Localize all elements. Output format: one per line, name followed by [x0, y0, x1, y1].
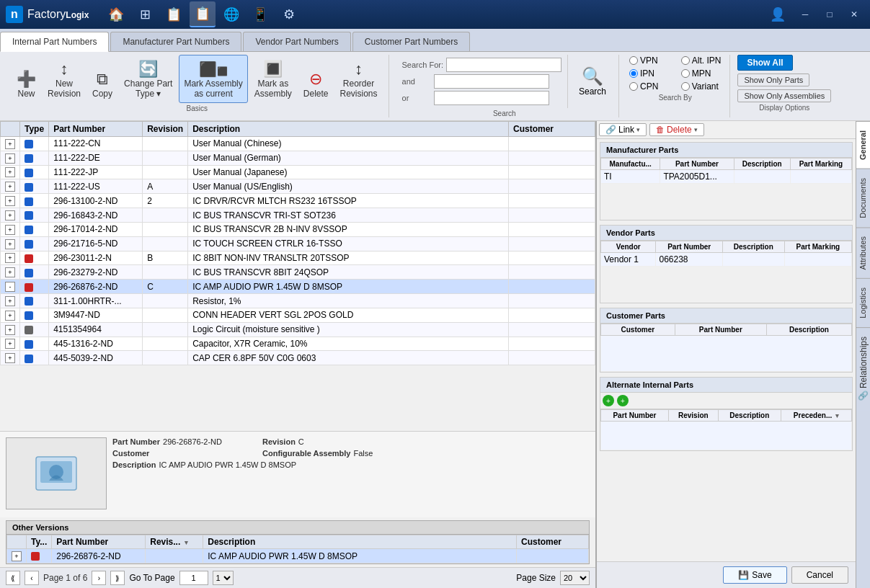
variant-option[interactable]: Variant — [678, 81, 724, 92]
row-expand[interactable]: + — [1, 151, 20, 165]
ov-col-revision[interactable]: Revis... ▾ — [146, 535, 203, 549]
expand-btn[interactable]: + — [5, 167, 15, 177]
globe-icon[interactable]: 🌐 — [218, 1, 244, 27]
manufacturer-part-row[interactable]: TI TPA2005D1... — [601, 170, 852, 184]
grid-icon[interactable]: ⊞ — [132, 1, 158, 27]
sidebar-item-relationships[interactable]: 🔗 Relationships — [856, 327, 870, 410]
row-expand[interactable]: + — [1, 194, 20, 208]
sidebar-item-documents[interactable]: Documents — [856, 169, 870, 227]
show-all-button[interactable]: Show All — [737, 55, 792, 71]
expand-btn[interactable]: + — [5, 339, 15, 349]
ov-col-description[interactable]: Description — [203, 535, 517, 549]
tab-vendor-part-numbers[interactable]: Vendor Part Numbers — [243, 32, 350, 51]
table-scroll[interactable]: Type Part Number Revision Description Cu… — [0, 121, 595, 431]
prev-page-button[interactable]: ‹ — [25, 571, 39, 585]
expand-btn[interactable]: - — [5, 282, 15, 292]
reorder-revisions-button[interactable]: ↕ ReorderRevisions — [335, 58, 383, 103]
table-row[interactable]: - 296-26876-2-ND C IC AMP AUDIO PWR 1.45… — [1, 280, 595, 294]
tab-manufacturer-part-numbers[interactable]: Manufacturer Part Numbers — [110, 32, 241, 51]
table-row[interactable]: + 296-16843-2-ND IC BUS TRANSCVR TRI-ST … — [1, 208, 595, 223]
col-customer[interactable]: Customer — [509, 122, 595, 137]
row-expand[interactable]: + — [1, 137, 20, 151]
device-icon[interactable]: 📱 — [247, 1, 273, 27]
show-only-assemblies-button[interactable]: Show Only Assemblies — [737, 89, 831, 102]
row-expand[interactable]: + — [1, 294, 20, 308]
mp-col-manufacturer[interactable]: Manufactu... — [601, 159, 660, 170]
expand-btn[interactable]: + — [5, 139, 15, 149]
delete-button[interactable]: ⊖ Delete — [298, 68, 334, 102]
variant-radio[interactable] — [681, 82, 690, 91]
sidebar-item-general[interactable]: General — [856, 121, 870, 169]
row-expand[interactable]: + — [1, 179, 20, 194]
minimize-button[interactable]: ─ — [795, 4, 815, 24]
table-row[interactable]: + 111-222-CN User Manual (Chinese) — [1, 137, 595, 151]
row-expand[interactable]: + — [1, 222, 20, 236]
table-row[interactable]: + 296-17014-2-ND IC BUS TRANSCVR 2B N-IN… — [1, 222, 595, 236]
ov-col-partnumber[interactable]: Part Number — [52, 535, 146, 549]
mp-col-partmarking[interactable]: Part Marking — [790, 159, 851, 170]
expand-btn[interactable]: + — [5, 210, 15, 220]
page-size-select[interactable]: 2050100 — [560, 571, 590, 585]
expand-btn[interactable]: + — [5, 153, 15, 164]
row-expand[interactable]: + — [1, 236, 20, 251]
expand-btn[interactable]: + — [5, 225, 15, 235]
cp-col-partnumber[interactable]: Part Number — [675, 324, 766, 336]
cancel-button[interactable]: Cancel — [791, 566, 848, 584]
table-row[interactable]: + 311-1.00HRTR-... Resistor, 1% — [1, 294, 595, 308]
goto-page-input[interactable] — [179, 571, 208, 585]
table-row[interactable]: + 111-222-JP User Manual (Japanese) — [1, 165, 595, 179]
rp-delete-button[interactable]: 🗑 Delete ▾ — [649, 123, 704, 136]
search-input-1[interactable] — [446, 58, 561, 72]
col-partnumber[interactable]: Part Number — [49, 122, 143, 137]
expand-btn[interactable]: + — [5, 253, 15, 263]
ov-col-customer[interactable]: Customer — [517, 535, 589, 549]
alt-ipn-radio[interactable] — [681, 56, 690, 65]
aip-add2-button[interactable]: + — [617, 395, 629, 406]
col-revision[interactable]: Revision — [143, 122, 188, 137]
next-page-button[interactable]: › — [92, 571, 106, 585]
settings-icon[interactable]: ⚙ — [276, 1, 302, 27]
expand-btn[interactable]: + — [5, 353, 15, 363]
row-expand[interactable]: + — [1, 165, 20, 179]
new-button[interactable]: ➕ New — [12, 68, 41, 102]
table-row[interactable]: + 3M9447-ND CONN HEADER VERT SGL 2POS GO… — [1, 308, 595, 322]
copy-button[interactable]: ⧉ Copy — [87, 68, 117, 102]
ipn-option[interactable]: IPN — [626, 68, 673, 79]
table-row[interactable]: + 4151354964 Logic Circuit (moisture sen… — [1, 322, 595, 337]
mpn-radio[interactable] — [681, 69, 690, 78]
ov-col-type[interactable]: Ty... — [27, 535, 52, 549]
user-icon[interactable]: 👤 — [765, 1, 791, 27]
ov-expand-btn[interactable]: + — [12, 551, 22, 561]
table-row[interactable]: + 445-1316-2-ND Capacitor, X7R Ceramic, … — [1, 337, 595, 351]
clipboard-icon[interactable]: 📋 — [161, 1, 187, 27]
search-input-2[interactable] — [434, 74, 549, 89]
close-button[interactable]: ✕ — [844, 4, 864, 24]
table-row[interactable]: + 296-23011-2-N B IC 8BIT NON-INV TRANSL… — [1, 251, 595, 265]
link-button[interactable]: 🔗 Link ▾ — [599, 123, 647, 136]
row-expand[interactable]: + — [1, 208, 20, 223]
other-version-row[interactable]: + 296-26876-2-ND IC AMP AUDIO PWR 1.45W … — [7, 549, 589, 564]
tab-internal-part-numbers[interactable]: Internal Part Numbers — [0, 32, 109, 52]
row-expand[interactable]: + — [1, 251, 20, 265]
row-expand[interactable]: + — [1, 308, 20, 322]
sidebar-item-attributes[interactable]: Attributes — [856, 227, 870, 278]
expand-btn[interactable]: + — [5, 182, 15, 192]
search-input-3[interactable] — [434, 91, 549, 105]
table-row[interactable]: + 111-222-US A User Manual (US/English) — [1, 179, 595, 194]
expand-btn[interactable]: + — [5, 267, 15, 277]
mpn-option[interactable]: MPN — [678, 68, 724, 79]
vpn-radio[interactable] — [629, 56, 638, 65]
table-row[interactable]: + 296-13100-2-ND 2 IC DRVR/RCVR MLTCH RS… — [1, 194, 595, 208]
home-icon[interactable]: 🏠 — [103, 1, 129, 27]
mark-as-assembly-button[interactable]: 🔳 Mark asAssembly — [249, 58, 297, 103]
parts-icon[interactable]: 📋 — [190, 1, 216, 27]
mark-assembly-current-button[interactable]: ⬛⬛ Mark Assemblyas current — [179, 55, 247, 103]
row-expand[interactable]: - — [1, 280, 20, 294]
aip-col-revision[interactable]: Revision — [668, 410, 718, 422]
show-only-parts-button[interactable]: Show Only Parts — [737, 74, 809, 86]
cp-col-customer[interactable]: Customer — [601, 324, 675, 336]
row-expand[interactable]: + — [1, 265, 20, 280]
row-expand[interactable]: + — [1, 322, 20, 337]
vp-col-partnumber[interactable]: Part Number — [656, 241, 722, 253]
ov-expand[interactable]: + — [7, 549, 27, 564]
